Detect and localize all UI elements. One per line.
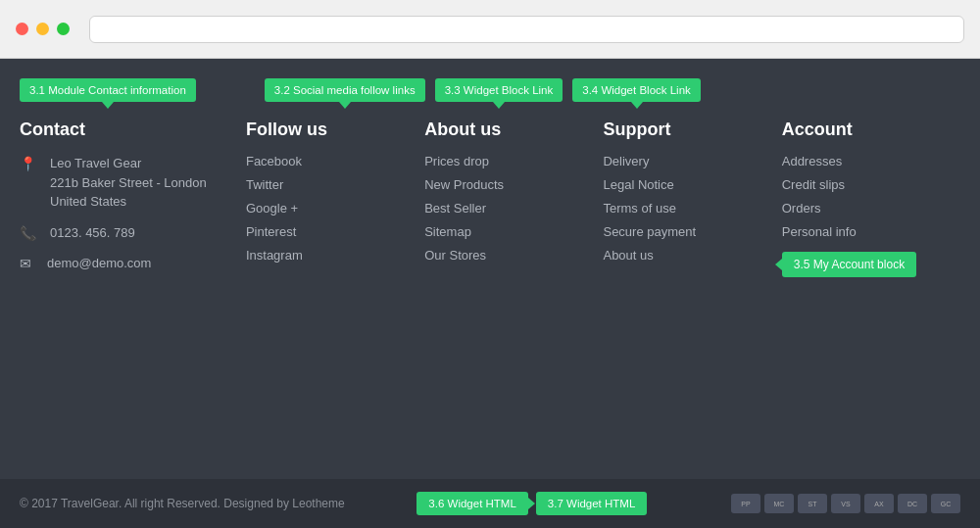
list-item[interactable]: Instagram (246, 248, 405, 263)
footer-bottom: © 2017 TravelGear. All right Reserved. D… (0, 479, 980, 528)
follow-us-title: Follow us (246, 120, 405, 140)
contact-email: ✉ demo@demo.com (20, 254, 226, 273)
paypal-icon: PP (731, 494, 760, 513)
account-column: Account Addresses Credit slips Orders Pe… (782, 120, 960, 285)
list-item[interactable]: Credit slips (782, 177, 941, 192)
phone-icon: 📞 (20, 225, 36, 241)
list-item[interactable]: Facebook (246, 154, 405, 168)
account-list: Addresses Credit slips Orders Personal i… (782, 154, 941, 239)
list-item[interactable]: Delivery (603, 154, 761, 168)
about-us-title: About us (424, 120, 583, 140)
label-social-media[interactable]: 3.2 Social media follow links (265, 78, 425, 102)
contact-column: Contact 📍 Leo Travel Gear 221b Baker Str… (20, 120, 246, 285)
list-item[interactable]: About us (603, 248, 761, 263)
account-title: Account (782, 120, 941, 140)
mastercard-icon: MC (764, 494, 794, 513)
visa-icon: VS (831, 494, 860, 513)
copyright-text: © 2017 TravelGear. All right Reserved. D… (20, 497, 345, 510)
list-item[interactable]: Secure payment (603, 224, 761, 239)
amex-icon: AX (864, 494, 894, 513)
payment-icons-group: PP MC ST VS AX DC GC (731, 494, 960, 513)
footer-main: 3.1 Module Contact information 3.2 Socia… (0, 59, 980, 479)
support-column: Support Delivery Legal Notice Terms of u… (603, 120, 781, 285)
support-list: Delivery Legal Notice Terms of use Secur… (603, 154, 761, 263)
close-button[interactable] (16, 23, 28, 35)
follow-us-column: Follow us Facebook Twitter Google + Pint… (246, 120, 424, 285)
list-item[interactable]: Prices drop (424, 154, 583, 168)
address-text: Leo Travel Gear 221b Baker Street - Lond… (50, 154, 207, 212)
contact-title: Contact (20, 120, 226, 140)
widget-html-7-label[interactable]: 3.7 Widget HTML (536, 492, 647, 515)
discover-icon: DC (898, 494, 927, 513)
list-item[interactable]: Personal info (782, 224, 941, 239)
label-widget-block-3[interactable]: 3.3 Widget Block Link (435, 78, 564, 102)
address-bar[interactable] (89, 16, 964, 43)
support-title: Support (603, 120, 761, 140)
minimize-button[interactable] (36, 23, 49, 35)
browser-chrome (0, 0, 980, 59)
list-item[interactable]: Best Seller (424, 201, 583, 216)
contact-phone: 📞 0123. 456. 789 (20, 223, 226, 243)
labels-row: 3.1 Module Contact information 3.2 Socia… (20, 78, 960, 102)
contact-address: 📍 Leo Travel Gear 221b Baker Street - Lo… (20, 154, 226, 212)
stripe-icon: ST (798, 494, 827, 513)
about-us-list: Prices drop New Products Best Seller Sit… (424, 154, 583, 263)
columns-row: Contact 📍 Leo Travel Gear 221b Baker Str… (20, 120, 960, 285)
list-item[interactable]: Google + (246, 201, 405, 216)
list-item[interactable]: Pinterest (246, 224, 405, 239)
list-item[interactable]: Twitter (246, 177, 405, 192)
list-item[interactable]: Terms of use (603, 201, 761, 216)
maximize-button[interactable] (57, 23, 70, 35)
list-item[interactable]: Our Stores (424, 248, 583, 263)
list-item[interactable]: New Products (424, 177, 583, 192)
widget-html-6-label[interactable]: 3.6 Widget HTML (416, 492, 527, 515)
about-us-column: About us Prices drop New Products Best S… (424, 120, 603, 285)
list-item[interactable]: Addresses (782, 154, 941, 168)
location-icon: 📍 (20, 156, 36, 171)
email-icon: ✉ (20, 256, 33, 271)
list-item[interactable]: Orders (782, 201, 941, 216)
page-content: 3.1 Module Contact information 3.2 Socia… (0, 59, 980, 528)
label-contact-info[interactable]: 3.1 Module Contact information (20, 78, 196, 102)
follow-us-list: Facebook Twitter Google + Pinterest Inst… (246, 154, 405, 263)
list-item[interactable]: Legal Notice (603, 177, 761, 192)
payment-icon-7: GC (931, 494, 960, 513)
label-widget-block-4[interactable]: 3.4 Widget Block Link (572, 78, 701, 102)
my-account-block-label[interactable]: 3.5 My Account block (782, 252, 916, 277)
bottom-labels-group: 3.6 Widget HTML 3.7 Widget HTML (416, 492, 647, 515)
list-item[interactable]: Sitemap (424, 224, 583, 239)
